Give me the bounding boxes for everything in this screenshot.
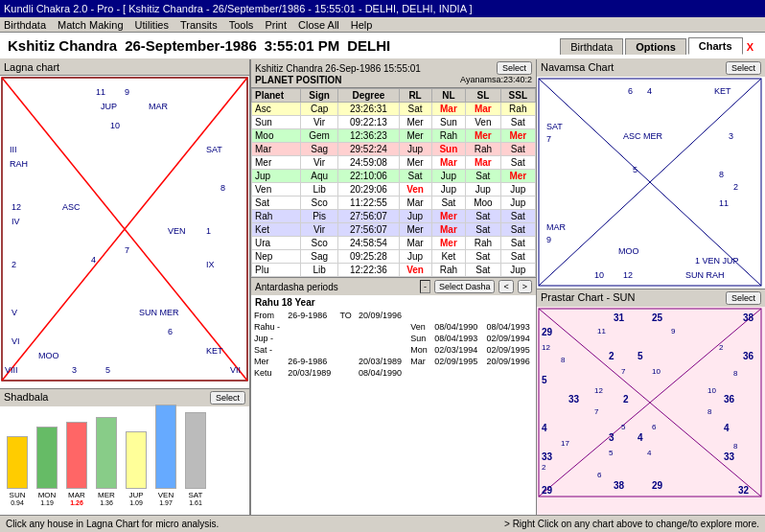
svg-text:11: 11: [96, 87, 105, 97]
shadbala-title-bar: Shadbala Select: [0, 389, 249, 406]
bar-sun-rect: [7, 436, 28, 489]
lbl-mer: MER: [93, 491, 120, 499]
planet-table: Planet Sign Degree RL NL SL SSL AscCap23…: [251, 88, 536, 277]
svg-text:8: 8: [719, 170, 724, 179]
planet-row-ven: VenLib20:29:06VenJupJupJup: [252, 183, 536, 197]
navamsa-section: Navamsa Chart Select 6 4 KET SAT 7: [537, 59, 765, 289]
planet-select-btn[interactable]: Select: [497, 61, 532, 75]
menu2-help[interactable]: Help: [351, 19, 373, 31]
menubar2: Birthdata Match Making Utilities Transit…: [0, 17, 765, 33]
shadbala-labels-row: SUN MON MAR MER JUP VEN SAT: [0, 491, 249, 499]
select-dasha-btn[interactable]: Select Dasha: [434, 280, 496, 293]
next-dasha-btn[interactable]: >: [518, 280, 532, 293]
header2-time: 3:55:01 PM: [265, 37, 339, 54]
svg-text:8: 8: [707, 407, 712, 416]
svg-text:4: 4: [638, 432, 643, 443]
svg-text:3: 3: [729, 131, 733, 141]
menu2-print[interactable]: Print: [265, 19, 287, 31]
svg-text:5: 5: [633, 165, 638, 174]
svg-text:JUP: JUP: [101, 102, 117, 111]
status2-right: > Right Click on any chart above to chan…: [504, 519, 759, 529]
svg-text:31: 31: [614, 312, 625, 323]
svg-text:6: 6: [652, 423, 657, 431]
bar-ven: [152, 405, 179, 489]
titlebar2-text: Kundli Chakra 2.0 - Pro - [ Kshitiz Chan…: [4, 3, 473, 14]
prev-dasha-btn[interactable]: <: [498, 280, 513, 293]
navamsa-title-label: Navamsa Chart: [541, 61, 614, 75]
svg-text:25: 25: [652, 312, 663, 323]
svg-text:4: 4: [91, 255, 96, 265]
bar-mar-rect: [66, 422, 87, 489]
svg-text:6: 6: [628, 86, 633, 96]
svg-text:5: 5: [638, 351, 643, 361]
tab-bar: Birthdata Options Charts X: [560, 37, 757, 55]
tab-birthdata[interactable]: Birthdata: [560, 38, 623, 55]
bar-mer-rect: [96, 417, 117, 489]
antardasha-table: From 26-9-1986 TO 20/09/1996 Rahu - Ven0…: [251, 310, 536, 379]
svg-text:MAR: MAR: [149, 102, 169, 111]
menu2-utilities[interactable]: Utilities: [135, 19, 169, 31]
menu2-matchmaking[interactable]: Match Making: [58, 19, 123, 31]
svg-text:29: 29: [542, 485, 553, 496]
right-column: Navamsa Chart Select 6 4 KET SAT 7: [537, 59, 765, 515]
menu2-birthdata[interactable]: Birthdata: [4, 19, 46, 31]
menu2-tools[interactable]: Tools: [229, 19, 254, 31]
dasha-row-sat: Sat - Mon02/03/199402/09/1995: [251, 344, 536, 356]
titlebar2: Kundli Chakra 2.0 - Pro - [ Kshitiz Chan…: [0, 0, 765, 17]
prastar-title-bar: Prastar Chart - SUN Select: [537, 289, 765, 307]
menu2-closeall[interactable]: Close All: [298, 19, 339, 31]
svg-text:ASC MER: ASC MER: [623, 131, 663, 141]
dasha-row-ketu: Ketu20/03/198908/04/1990: [251, 367, 536, 379]
bar-sat: [182, 412, 209, 489]
svg-text:VIII: VIII: [5, 365, 18, 375]
svg-text:29: 29: [542, 327, 553, 337]
val-sun: 0.94: [4, 499, 31, 506]
center-column: Kshitiz Chandra 26-Sep-1986 15:55:01 Sel…: [251, 59, 537, 515]
svg-text:4: 4: [542, 423, 547, 433]
svg-text:4: 4: [724, 423, 730, 433]
svg-text:IV: IV: [12, 217, 20, 226]
bar-jup-rect: [126, 431, 147, 489]
svg-text:3: 3: [609, 432, 614, 443]
prastar-title-label: Prastar Chart - SUN: [541, 291, 635, 305]
lagna-title-label: Lagna chart: [4, 61, 59, 73]
bar-jup: [123, 431, 150, 489]
svg-text:4: 4: [647, 449, 652, 457]
antardasha-dash[interactable]: -: [420, 280, 430, 293]
svg-text:36: 36: [724, 394, 735, 405]
tab-charts[interactable]: Charts: [688, 37, 743, 55]
svg-text:17: 17: [561, 439, 569, 448]
svg-text:12: 12: [594, 386, 603, 395]
svg-text:6: 6: [168, 327, 173, 336]
navamsa-chart-svg: 6 4 KET SAT 7 ASC MER 3 5 8 2 11 MAR 9 M…: [537, 77, 763, 288]
tab-options[interactable]: Options: [625, 38, 686, 55]
svg-text:33: 33: [568, 394, 580, 405]
content-area: Lagna chart 11 9 M: [0, 59, 765, 515]
svg-text:2: 2: [623, 394, 629, 405]
planet-pos-title: PLANET POSITION Ayanamsa:23:40:2: [255, 75, 532, 85]
planet-row-mar: MarSag29:52:24JupSunRahSat: [252, 143, 536, 156]
navamsa-title-bar: Navamsa Chart Select: [537, 59, 765, 77]
svg-text:12: 12: [12, 202, 21, 212]
navamsa-select-btn[interactable]: Select: [726, 61, 761, 75]
close-btn[interactable]: X: [743, 39, 757, 55]
dasha-row-mer: Mer26-9-198620/03/1989 Mar02/09/199520/0…: [251, 356, 536, 367]
prastar-select-btn[interactable]: Select: [726, 291, 761, 305]
svg-text:2: 2: [609, 351, 614, 361]
bar-mon: [34, 427, 60, 489]
planet-pos-subheader: Kshitiz Chandra 26-Sep-1986 15:55:01 Sel…: [251, 59, 536, 88]
shadbala-section: Shadbala Select: [0, 388, 249, 515]
lagna-chart-area[interactable]: 11 9 MAR JUP III RAH 12 IV ASC SAT: [0, 76, 249, 388]
val-jup: 1.09: [123, 499, 150, 506]
svg-text:VEN: VEN: [168, 226, 186, 236]
shadbala-select-btn[interactable]: Select: [210, 391, 245, 405]
menu2-transits[interactable]: Transits: [180, 19, 218, 31]
svg-text:SAT: SAT: [546, 122, 563, 131]
shadbala-vals-row: 0.94 1.19 1.26 1.36 1.09 1.97 1.61: [0, 499, 249, 506]
svg-text:7: 7: [594, 407, 599, 416]
planet-pos-title-text: PLANET POSITION: [255, 75, 342, 85]
svg-text:5: 5: [621, 423, 626, 431]
svg-text:33: 33: [724, 451, 735, 462]
dasha-from-row: From 26-9-1986 TO 20/09/1996: [251, 310, 536, 321]
statusbar2: Click any house in Lagna Chart for micro…: [0, 515, 765, 532]
